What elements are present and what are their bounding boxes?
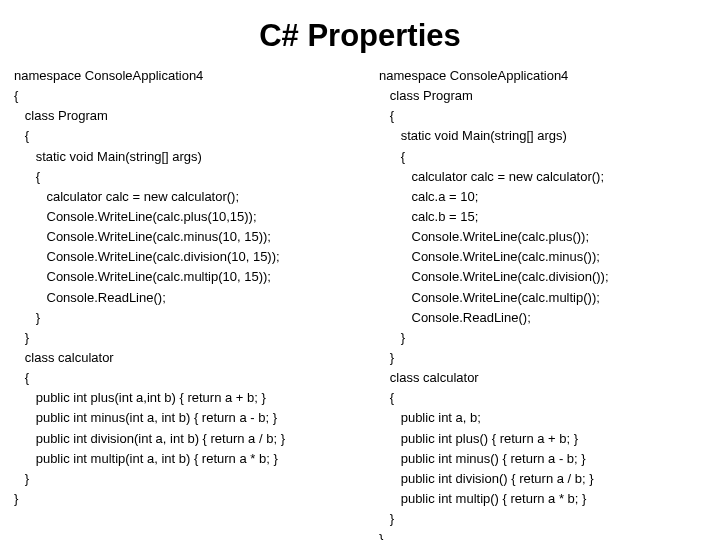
code-line: calc.a = 10; bbox=[379, 187, 706, 207]
code-line: } bbox=[14, 308, 341, 328]
page-title: C# Properties bbox=[0, 18, 720, 54]
code-line: Console.WriteLine(calc.minus(10, 15)); bbox=[14, 227, 341, 247]
code-columns: namespace ConsoleApplication4{ class Pro… bbox=[0, 66, 720, 540]
code-line: Console.WriteLine(calc.multip(10, 15)); bbox=[14, 267, 341, 287]
code-line: public int minus(int a, int b) { return … bbox=[14, 408, 341, 428]
code-line: Console.WriteLine(calc.minus()); bbox=[379, 247, 706, 267]
code-line: class Program bbox=[14, 106, 341, 126]
code-line: Console.ReadLine(); bbox=[14, 288, 341, 308]
code-line: { bbox=[14, 126, 341, 146]
code-line: Console.WriteLine(calc.multip()); bbox=[379, 288, 706, 308]
code-line: class Program bbox=[379, 86, 706, 106]
code-line: class calculator bbox=[379, 368, 706, 388]
code-line: { bbox=[379, 147, 706, 167]
code-left-column: namespace ConsoleApplication4{ class Pro… bbox=[14, 66, 351, 540]
code-line: namespace ConsoleApplication4 bbox=[379, 66, 706, 86]
code-line: calculator calc = new calculator(); bbox=[14, 187, 341, 207]
code-line: { bbox=[379, 106, 706, 126]
code-line: { bbox=[14, 86, 341, 106]
code-line: { bbox=[379, 388, 706, 408]
code-line: static void Main(string[] args) bbox=[14, 147, 341, 167]
code-line: public int minus() { return a - b; } bbox=[379, 449, 706, 469]
code-line: } bbox=[379, 509, 706, 529]
code-line: calculator calc = new calculator(); bbox=[379, 167, 706, 187]
code-line: Console.WriteLine(calc.division()); bbox=[379, 267, 706, 287]
code-line: public int multip(int a, int b) { return… bbox=[14, 449, 341, 469]
code-line: Console.ReadLine(); bbox=[379, 308, 706, 328]
code-line: Console.WriteLine(calc.division(10, 15))… bbox=[14, 247, 341, 267]
code-line: { bbox=[14, 167, 341, 187]
code-line: public int plus() { return a + b; } bbox=[379, 429, 706, 449]
code-line: public int a, b; bbox=[379, 408, 706, 428]
code-line: } bbox=[14, 469, 341, 489]
code-line: } bbox=[379, 328, 706, 348]
code-line: } bbox=[14, 489, 341, 509]
code-line: static void Main(string[] args) bbox=[379, 126, 706, 146]
code-line: } bbox=[379, 529, 706, 540]
code-line: } bbox=[14, 328, 341, 348]
code-line: public int division(int a, int b) { retu… bbox=[14, 429, 341, 449]
code-line: public int multip() { return a * b; } bbox=[379, 489, 706, 509]
code-line: { bbox=[14, 368, 341, 388]
code-line: Console.WriteLine(calc.plus(10,15)); bbox=[14, 207, 341, 227]
code-right-column: namespace ConsoleApplication4 class Prog… bbox=[351, 66, 706, 540]
code-line: } bbox=[379, 348, 706, 368]
code-line: Console.WriteLine(calc.plus()); bbox=[379, 227, 706, 247]
code-line: class calculator bbox=[14, 348, 341, 368]
code-line: namespace ConsoleApplication4 bbox=[14, 66, 341, 86]
code-line: public int plus(int a,int b) { return a … bbox=[14, 388, 341, 408]
code-line: calc.b = 15; bbox=[379, 207, 706, 227]
code-line: public int division() { return a / b; } bbox=[379, 469, 706, 489]
